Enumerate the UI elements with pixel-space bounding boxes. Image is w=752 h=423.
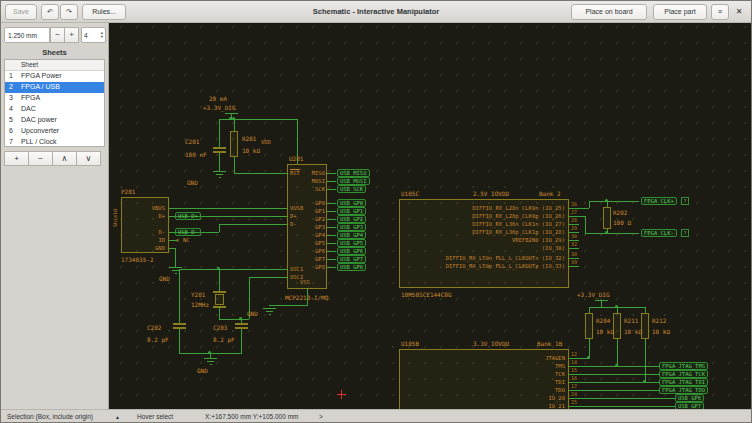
net-label-usb-gp6[interactable]: USB_GP6 (675, 394, 704, 402)
net-label-fpga-clk-n[interactable]: FPGA_CLK- (641, 229, 677, 237)
offsheet-flag[interactable]: ? (681, 229, 689, 237)
sheet-row-upconverter[interactable]: 6Upconverter (5, 126, 104, 137)
net-label-usb-gp1[interactable]: USB_GP1 (337, 207, 366, 215)
net-label-usb-dplus[interactable]: USB_D+ (175, 212, 201, 220)
net-label-usb-gp2[interactable]: USB_GP2 (337, 215, 366, 223)
gnd-label[interactable]: GND (197, 367, 208, 374)
redo-button[interactable]: ↷ (60, 4, 78, 20)
r204-value[interactable]: 10 kΩ (596, 328, 614, 335)
r212-value[interactable]: 10 kΩ (652, 328, 670, 335)
net-label-usb-gp7[interactable]: USB_GP7 (337, 255, 366, 263)
wire[interactable] (617, 339, 618, 366)
place-part-button[interactable]: Place part (653, 4, 707, 20)
wire[interactable] (234, 119, 235, 131)
power-current-label[interactable]: 20 mA (209, 95, 227, 102)
gnd-label[interactable]: GND (187, 179, 198, 186)
wire[interactable] (327, 211, 336, 212)
wire[interactable] (327, 189, 336, 190)
r211-refdes[interactable]: R211 (624, 317, 638, 324)
spinner-arrows-icon[interactable]: ▴▾ (101, 31, 103, 39)
net-label-usb-gp4[interactable]: USB_GP4 (337, 231, 366, 239)
r212-refdes[interactable]: R212 (652, 317, 666, 324)
wire[interactable] (575, 382, 659, 383)
grid-decrease-button[interactable]: − (50, 27, 65, 43)
r201-value[interactable]: 10 kΩ (242, 147, 260, 154)
move-sheet-down-button[interactable]: ∨ (76, 151, 101, 166)
r204-body[interactable] (585, 313, 593, 339)
c203-value[interactable]: 8.2 pF (213, 336, 235, 343)
sheet-row-fpga[interactable]: 3FPGA (5, 93, 104, 104)
r211-value[interactable]: 10 kΩ (624, 328, 642, 335)
status-expander[interactable]: > (319, 413, 323, 420)
wire[interactable] (307, 289, 308, 305)
wire[interactable] (169, 208, 287, 209)
undo-button[interactable]: ↶ (41, 4, 59, 20)
capacitor-plate[interactable] (235, 323, 248, 325)
wire[interactable] (575, 366, 659, 367)
net-label-usb-gp7[interactable]: USB_GP7 (675, 402, 704, 409)
sheet-column-header[interactable]: Sheet (5, 60, 104, 71)
wire[interactable] (179, 269, 180, 323)
wire[interactable] (589, 201, 590, 208)
r211-body[interactable] (613, 313, 621, 339)
wire[interactable] (585, 216, 586, 233)
net-label-jtag-tdo[interactable]: FPGA_JTAG_TDO (659, 386, 708, 394)
wire[interactable] (569, 248, 579, 249)
r212-body[interactable] (641, 313, 649, 339)
wire[interactable] (645, 339, 646, 382)
r204-refdes[interactable]: R204 (596, 317, 610, 324)
y201-refdes[interactable]: Y201 (191, 291, 205, 298)
wire[interactable] (219, 319, 249, 320)
net-label-jtag-tck[interactable]: FPGA_JTAG_TCK (659, 370, 708, 378)
wire[interactable] (327, 267, 336, 268)
wire[interactable] (327, 181, 336, 182)
sheet-row-fpga-usb[interactable]: 2FPGA / USB (5, 82, 104, 93)
sheet-row-pll-clock[interactable]: 7PLL / Clock (5, 137, 104, 147)
sheet-row-fpga-power[interactable]: 1FPGA Power (5, 71, 104, 82)
wire[interactable] (589, 339, 590, 358)
net-label-usb-gp5[interactable]: USB_GP5 (337, 239, 366, 247)
gnd-symbol[interactable] (169, 267, 182, 268)
u105c-refdes[interactable]: U105C (401, 190, 419, 197)
wire[interactable] (219, 119, 220, 147)
wire[interactable] (219, 307, 220, 319)
wire[interactable] (219, 224, 220, 232)
wire[interactable] (575, 406, 675, 407)
grid-mult-spinner[interactable]: 4 ▴▾ (81, 27, 106, 43)
p201-refdes[interactable]: P201 (121, 188, 135, 195)
close-icon[interactable]: ✕ (731, 4, 747, 20)
wire[interactable] (219, 153, 220, 171)
capacitor-plate[interactable] (173, 323, 186, 325)
gnd-symbol[interactable] (204, 358, 217, 359)
wire[interactable] (575, 374, 659, 375)
wire[interactable] (327, 259, 336, 260)
wire[interactable] (219, 269, 220, 291)
c202-refdes[interactable]: C202 (147, 324, 161, 331)
grid-increase-button[interactable]: + (64, 27, 79, 43)
rules-button[interactable]: Rules... (82, 4, 126, 20)
r202-body[interactable] (603, 207, 611, 229)
power-net-label[interactable]: +3.3V_DIG (577, 291, 610, 298)
tool-popup-arrow-icon[interactable]: ▲ (115, 414, 120, 420)
net-label-usb-sck[interactable]: USB_SCK (337, 185, 366, 193)
add-sheet-button[interactable]: + (4, 151, 29, 166)
spin-down-icon[interactable]: ▾ (101, 35, 103, 39)
wire[interactable] (601, 300, 602, 307)
capacitor-plate[interactable] (213, 147, 226, 149)
wire[interactable] (241, 329, 242, 353)
net-label-fpga-clk-p[interactable]: FPGA_CLK+ (641, 197, 677, 205)
wire[interactable] (569, 266, 579, 267)
sheet-row-dac[interactable]: 4DAC (5, 104, 104, 115)
wire[interactable] (234, 173, 287, 174)
wire[interactable] (269, 305, 308, 306)
wire[interactable] (579, 208, 589, 209)
crystal-plate[interactable] (213, 291, 226, 293)
wire[interactable] (179, 269, 287, 270)
move-sheet-up-button[interactable]: ∧ (52, 151, 77, 166)
net-label-usb-miso[interactable]: USB_MISO (337, 169, 370, 177)
wire[interactable] (575, 398, 675, 399)
wire[interactable] (327, 251, 336, 252)
wire[interactable] (585, 233, 639, 234)
c201-refdes[interactable]: C201 (185, 138, 199, 145)
save-button[interactable]: Save (5, 4, 37, 20)
